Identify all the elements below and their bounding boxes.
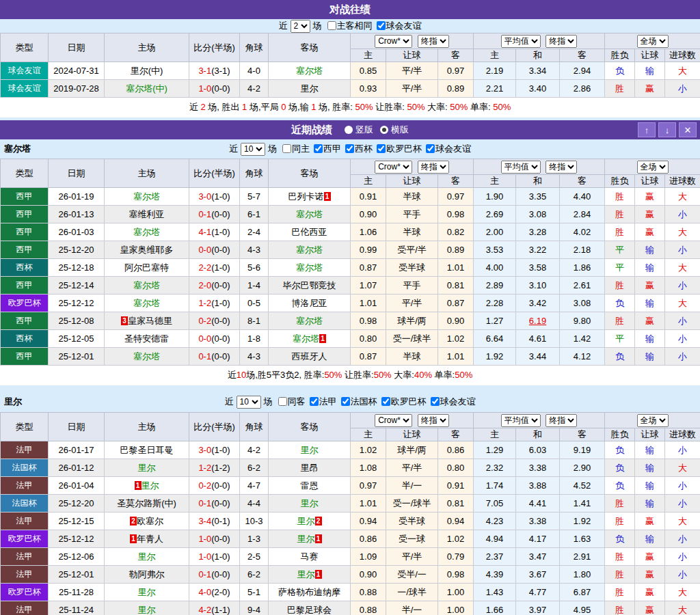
filter-checkbox-input[interactable] xyxy=(377,21,386,30)
filter-checkbox-input[interactable] xyxy=(426,144,435,153)
result-wdl: 负 xyxy=(605,441,635,459)
result-handicap: 输 xyxy=(635,530,665,548)
filter-checkbox[interactable]: 主客相同 xyxy=(323,20,373,32)
home-team: 塞维利亚 xyxy=(105,206,189,223)
red-card-badge: 1 xyxy=(130,534,137,543)
move-up-button[interactable]: ↑ xyxy=(638,122,656,137)
result-goals: 小 xyxy=(665,530,700,548)
match-row: 法甲25-11-24里尔4-2(1-1)9-4巴黎足球会0.88半/一1.001… xyxy=(1,601,700,615)
filter-checkbox-input[interactable] xyxy=(282,144,291,153)
team-name: 马赛 xyxy=(301,551,319,562)
filter-checkbox[interactable]: 法甲 xyxy=(306,396,337,408)
avg-select[interactable]: 平均值 xyxy=(501,414,541,427)
layout-radio-selected[interactable]: 竖版 xyxy=(345,124,373,136)
celta-count-select[interactable]: 10 xyxy=(241,143,265,156)
avg-away: 4.02 xyxy=(560,223,605,241)
match-date: 25-12-18 xyxy=(49,259,105,277)
match-row: 西杯25-12-18阿尔巴塞特2-2(1-0)5-6塞尔塔0.87受半球1.01… xyxy=(1,259,700,277)
match-date: 25-11-28 xyxy=(49,584,105,601)
games-label: 场 xyxy=(313,20,322,32)
final-odds-select[interactable]: 终指 xyxy=(546,35,577,48)
scope-select[interactable]: 全场 xyxy=(637,161,669,174)
result-wdl: 负 xyxy=(605,459,635,477)
away-team: 里尔 xyxy=(269,495,351,512)
team-name: 皇家奥维耶多 xyxy=(120,245,174,255)
final-odds-select[interactable]: 终指 xyxy=(418,161,449,174)
window-buttons: ↑ ↓ ✕ xyxy=(638,122,697,137)
final-odds-select[interactable]: 终指 xyxy=(418,35,449,48)
match-date: 25-12-06 xyxy=(49,548,105,566)
team-name: 里尔 xyxy=(138,605,156,615)
filter-checkbox-input[interactable] xyxy=(310,397,319,406)
league-badge: 西甲 xyxy=(1,348,49,366)
bookmaker-select[interactable]: Crow* xyxy=(375,414,412,427)
match-score: 0-1(0-0) xyxy=(189,348,240,366)
avg-home: 4.94 xyxy=(474,530,516,548)
odds-away: 0.90 xyxy=(438,312,474,330)
filter-checkbox[interactable]: 球会友谊 xyxy=(427,396,476,408)
filter-checkbox[interactable]: 球会友谊 xyxy=(373,20,422,32)
summary-value: 50% xyxy=(450,102,468,112)
filter-checkbox[interactable]: 同客 xyxy=(274,396,306,408)
result-handicap: 赢 xyxy=(635,188,665,206)
odds-away: 0.89 xyxy=(438,80,474,98)
filter-checkbox-input[interactable] xyxy=(431,397,440,406)
corner-score: 4-4 xyxy=(240,495,269,512)
league-badge: 欧罗巴杯 xyxy=(1,295,49,312)
layout-radio-option[interactable]: 横版 xyxy=(380,124,409,136)
radio-label: 竖版 xyxy=(355,124,373,136)
filter-checkbox-input[interactable] xyxy=(377,144,386,153)
filter-checkbox[interactable]: 球会友谊 xyxy=(422,143,471,155)
score-fulltime: 3-4 xyxy=(198,516,211,526)
avg-away: 1.92 xyxy=(560,512,605,530)
match-row: 欧罗巴杯25-12-12塞尔塔1-2(1-0)0-5博洛尼亚1.01平/半0.8… xyxy=(1,295,700,312)
red-card-badge: 1 xyxy=(324,192,331,201)
away-team: 巴列卡诺1 xyxy=(269,188,351,206)
team-name: 欧塞尔 xyxy=(137,516,163,526)
red-card-badge: 2 xyxy=(315,517,322,525)
close-button[interactable]: ✕ xyxy=(679,122,697,137)
filter-checkbox-input[interactable] xyxy=(341,397,350,406)
odds-handicap: 平/半 xyxy=(386,295,438,312)
h2h-count-select[interactable]: 2 xyxy=(291,20,310,33)
col-type: 类型 xyxy=(1,33,49,62)
filter-checkbox[interactable]: 欧罗巴杯 xyxy=(373,143,422,155)
avg-select[interactable]: 平均值 xyxy=(501,35,541,48)
filter-checkbox-input[interactable] xyxy=(381,397,390,406)
bookmaker-select[interactable]: Crow* xyxy=(375,161,412,174)
move-down-button[interactable]: ↓ xyxy=(658,122,676,137)
scope-select[interactable]: 全场 xyxy=(637,414,669,427)
final-odds-select[interactable]: 终指 xyxy=(546,161,577,174)
odds-handicap: 球半/两 xyxy=(386,441,438,459)
filter-checkbox[interactable]: 欧罗巴杯 xyxy=(377,396,427,408)
match-score: 3-4(0-1) xyxy=(189,512,240,530)
final-odds-select[interactable]: 终指 xyxy=(418,414,449,427)
odds-home: 0.87 xyxy=(351,348,386,366)
filter-checkbox-input[interactable] xyxy=(345,144,354,153)
filter-checkbox-input[interactable] xyxy=(314,144,323,153)
odds-home: 0.93 xyxy=(351,80,386,98)
avg-header: 平均值 终指 xyxy=(474,159,605,175)
scope-select[interactable]: 全场 xyxy=(637,35,669,48)
league-badge: 西甲 xyxy=(1,277,49,295)
odds-handicap: 球半/两 xyxy=(386,312,438,330)
result-wdl: 胜 xyxy=(605,312,635,330)
team-name: 塞尔塔 xyxy=(133,351,160,361)
match-row: 法甲25-12-06里尔1-0(1-0)2-5马赛1.09平/半0.792.37… xyxy=(1,548,700,566)
lille-count-select[interactable]: 10 xyxy=(237,396,261,409)
filter-checkbox[interactable]: 法国杯 xyxy=(337,396,377,408)
avg-away: 1.63 xyxy=(560,530,605,548)
filter-checkbox[interactable]: 西杯 xyxy=(341,143,373,155)
match-score: 1-2(1-0) xyxy=(189,295,240,312)
filter-checkbox-input[interactable] xyxy=(278,397,287,406)
final-odds-select[interactable]: 终指 xyxy=(546,414,577,427)
bookmaker-select[interactable]: Crow* xyxy=(375,35,412,48)
filter-checkbox[interactable]: 西甲 xyxy=(310,143,341,155)
filter-checkbox-input[interactable] xyxy=(327,21,336,30)
odds-away: 1.01 xyxy=(438,348,474,366)
near-label: 近 xyxy=(279,20,288,32)
filter-checkbox[interactable]: 同主 xyxy=(278,143,310,155)
result-handicap: 输 xyxy=(635,441,665,459)
avg-select[interactable]: 平均值 xyxy=(501,161,541,174)
section-divider xyxy=(0,385,700,392)
